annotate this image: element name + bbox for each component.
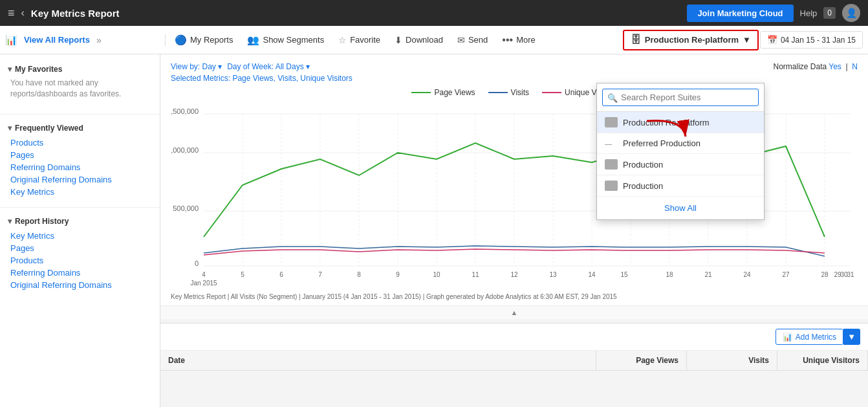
frequently-viewed-section: ▾ Frequently Viewed Products Pages Refer…	[0, 120, 160, 202]
legend-line-pink	[542, 92, 561, 93]
view-all-reports-label: View All Reports	[24, 35, 90, 45]
hamburger-menu[interactable]: ≡	[8, 6, 15, 20]
selected-metrics: Selected Metrics: Page Views, Visits, Un…	[171, 74, 858, 83]
history-item-products[interactable]: Products	[8, 254, 152, 267]
sidebar-item-products[interactable]: Products	[8, 137, 152, 149]
svg-text:5: 5	[241, 271, 244, 278]
content-area: View by: Day ▾ Day of Week: All Days ▾ N…	[160, 54, 868, 407]
send-icon: ✉	[457, 35, 465, 45]
add-metrics-button[interactable]: 📊 Add Metrics	[776, 329, 843, 345]
svg-text:8: 8	[357, 271, 361, 278]
download-button[interactable]: ⬇ Download	[388, 31, 450, 49]
svg-text:4: 4	[202, 271, 206, 278]
normalize-no-link[interactable]: N	[852, 62, 858, 71]
add-metrics-label: Add Metrics	[796, 333, 836, 342]
dropdown-item-preferred-production[interactable]: — Preferred Production	[597, 133, 764, 154]
scroll-indicator[interactable]: ▲	[160, 305, 868, 319]
suite-icon-1	[605, 117, 618, 127]
history-item-key-metrics[interactable]: Key Metrics	[8, 230, 152, 242]
search-report-suites-input[interactable]	[602, 89, 759, 106]
toolbar: 📊 View All Reports » 🔵 My Reports 👥 Show…	[0, 26, 868, 54]
svg-text:15: 15	[620, 271, 628, 278]
suite-name-1: Production Re-platform	[623, 118, 710, 127]
more-icon: •••	[502, 34, 513, 46]
svg-text:1,500,000: 1,500,000	[171, 107, 199, 115]
page-title: Key Metrics Report	[31, 8, 681, 19]
avatar[interactable]: 👤	[842, 4, 860, 22]
history-item-referring-domains[interactable]: Referring Domains	[8, 267, 152, 279]
col-pageviews: Page Views	[596, 351, 687, 370]
toolbar-left: 📊 View All Reports »	[5, 34, 166, 46]
dropdown-item-production-1[interactable]: Production	[597, 154, 764, 175]
svg-text:14: 14	[588, 271, 596, 278]
avatar-icon: 👤	[846, 8, 857, 18]
back-button[interactable]: ‹	[21, 7, 25, 19]
sidebar-item-original-referring-domains[interactable]: Original Referring Domains	[8, 173, 152, 186]
report-history-header[interactable]: ▾ Report History	[8, 217, 152, 226]
sidebar-item-key-metrics[interactable]: Key Metrics	[8, 186, 152, 198]
svg-text:27: 27	[782, 271, 790, 278]
dropdown-item-production-2[interactable]: Production	[597, 175, 764, 197]
show-segments-label: Show Segments	[263, 35, 324, 45]
send-button[interactable]: ✉ Send	[451, 31, 494, 49]
my-favorites-header[interactable]: ▾ My Favorites	[8, 65, 152, 74]
table-panel: 📊 Add Metrics ▼ Date Page Views Visits U…	[160, 323, 868, 371]
view-all-reports-button[interactable]: View All Reports	[21, 35, 92, 45]
notification-badge[interactable]: 0	[823, 7, 836, 19]
segments-icon: 👥	[247, 34, 259, 46]
normalize-yes-link[interactable]: Yes	[829, 62, 841, 71]
join-marketing-cloud-button[interactable]: Join Marketing Cloud	[687, 5, 793, 22]
show-all-link[interactable]: Show All	[597, 197, 764, 219]
calendar-icon: 📅	[767, 35, 777, 45]
toolbar-right: 🔵 My Reports 👥 Show Segments ☆ Favorite …	[168, 30, 863, 50]
send-label: Send	[468, 35, 488, 45]
history-item-original-referring-domains[interactable]: Original Referring Domains	[8, 279, 152, 291]
svg-text:10: 10	[433, 271, 440, 278]
database-icon: 🗄	[631, 34, 641, 46]
svg-text:13: 13	[549, 271, 557, 278]
more-label: More	[516, 35, 536, 45]
report-suite-label: Production Re-platform	[645, 35, 739, 45]
search-icon: 🔍	[607, 93, 618, 102]
view-by-value[interactable]: Day ▾	[202, 62, 222, 71]
dropdown-search-area: 🔍	[597, 83, 764, 112]
suite-icon-2	[605, 159, 618, 170]
date-range-label: 04 Jan 15 - 31 Jan 15	[781, 36, 856, 45]
my-favorites-empty: You have not marked any reports/dashboar…	[8, 78, 152, 105]
chart-footer: Key Metrics Report | All Visits (No Segm…	[171, 293, 858, 300]
chart-controls: View by: Day ▾ Day of Week: All Days ▾ N…	[171, 62, 858, 71]
frequently-viewed-label: Frequently Viewed	[15, 124, 83, 133]
suite-name-4: Production	[623, 181, 663, 191]
suite-icon-3	[605, 181, 618, 191]
my-reports-button[interactable]: 🔵 My Reports	[168, 30, 239, 50]
sidebar-item-pages[interactable]: Pages	[8, 149, 152, 161]
svg-text:11: 11	[472, 271, 479, 278]
table-header-bar: 📊 Add Metrics ▼	[160, 324, 868, 351]
my-reports-label: My Reports	[190, 35, 233, 45]
dropdown-item-production-replatform[interactable]: Production Re-platform	[597, 112, 764, 133]
metrics-list[interactable]: Page Views, Visits, Unique Visitors	[232, 74, 352, 83]
favorite-button[interactable]: ☆ Favorite	[332, 31, 387, 49]
view-by-label: View by: Day ▾	[171, 62, 222, 71]
expand-icon[interactable]: »	[96, 35, 102, 45]
svg-text:24: 24	[743, 271, 751, 278]
suite-name-3: Production	[623, 160, 663, 170]
report-history-label: Report History	[15, 217, 69, 226]
sidebar-item-referring-domains[interactable]: Referring Domains	[8, 161, 152, 173]
show-segments-button[interactable]: 👥 Show Segments	[241, 30, 331, 50]
report-suite-button[interactable]: 🗄 Production Re-platform ▼	[623, 30, 759, 50]
svg-text:0: 0	[195, 259, 199, 267]
history-item-pages[interactable]: Pages	[8, 242, 152, 254]
day-of-week-value[interactable]: All Days ▾	[276, 62, 310, 71]
frequently-viewed-header[interactable]: ▾ Frequently Viewed	[8, 124, 152, 133]
svg-text:28: 28	[821, 271, 829, 278]
svg-text:18: 18	[666, 271, 673, 278]
add-metrics-dropdown[interactable]: ▼	[843, 329, 860, 345]
svg-text:21: 21	[704, 271, 712, 278]
legend-line-blue	[488, 92, 508, 93]
date-range-button[interactable]: 📅 04 Jan 15 - 31 Jan 15	[760, 31, 863, 49]
more-button[interactable]: ••• More	[495, 30, 541, 50]
help-link[interactable]: Help	[800, 8, 818, 18]
day-of-week-label: Day of Week: All Days ▾	[227, 62, 310, 71]
scroll-up-icon: ▲	[511, 309, 518, 316]
